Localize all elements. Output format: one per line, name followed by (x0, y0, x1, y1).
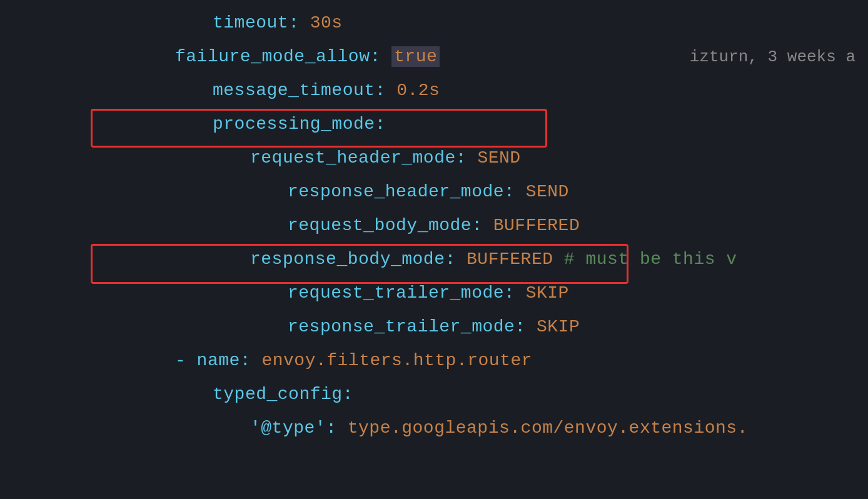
key-timeout: timeout (213, 13, 288, 33)
line-response-body-mode: response_body_mode: BUFFERED # must be t… (0, 243, 868, 276)
line-type: '@type': type.googleapis.com/envoy.exten… (0, 411, 868, 445)
line-request-header-mode: request_header_mode: SEND (0, 141, 868, 175)
val-resp-body: BUFFERED (467, 250, 553, 269)
val-failure: true (391, 46, 440, 67)
code-typed-config: typed_config: (75, 378, 353, 411)
code-response-trailer-mode: response_trailer_mode: SKIP (75, 310, 580, 344)
val-name: envoy.filters.http.router (261, 351, 532, 370)
line-message-timeout: message_timeout: 0.2s (0, 74, 868, 108)
key-msg-timeout: message_timeout (213, 81, 375, 100)
val-req-header: SEND (477, 148, 520, 168)
line-processing-mode: processing_mode: (0, 108, 868, 141)
key-resp-body: response_body_mode (250, 250, 445, 269)
key-req-trailer: request_trailer_mode (288, 283, 504, 303)
code-name: - name: envoy.filters.http.router (75, 344, 532, 378)
val-msg-timeout: 0.2s (396, 81, 440, 100)
key-name: name (197, 351, 240, 370)
code-failure-mode: failure_mode_allow: true (75, 40, 440, 74)
code-editor: timeout: 30s failure_mode_allow: true iz… (0, 0, 868, 499)
key-resp-trailer: response_trailer_mode (288, 317, 515, 336)
line-typed-config: typed_config: (0, 378, 868, 411)
code-timeout: timeout: 30s (75, 6, 343, 40)
comment-must-be: # must be this v (553, 250, 737, 269)
key-failure: failure_mode_allow (175, 47, 370, 66)
code-processing-mode: processing_mode: (75, 108, 386, 141)
line-response-header-mode: response_header_mode: SEND (0, 175, 868, 209)
line-timeout: timeout: 30s (0, 6, 868, 40)
val-resp-trailer: SKIP (537, 317, 580, 336)
key-resp-header: response_header_mode (288, 182, 504, 201)
code-response-header-mode: response_header_mode: SEND (75, 175, 569, 209)
val-timeout: 30s (310, 13, 343, 33)
line-failure-mode: failure_mode_allow: true izturn, 3 weeks… (0, 40, 868, 74)
val-req-trailer: SKIP (526, 283, 569, 303)
key-typed-config: typed_config (213, 385, 343, 404)
key-processing: processing_mode (213, 114, 375, 134)
line-request-trailer-mode: request_trailer_mode: SKIP (0, 276, 868, 310)
line-name: - name: envoy.filters.http.router (0, 344, 868, 378)
key-type: '@type' (250, 418, 326, 438)
code-response-body-mode: response_body_mode: BUFFERED # must be t… (75, 243, 737, 276)
git-annotation-failure: izturn, 3 weeks a (690, 48, 855, 66)
code-message-timeout: message_timeout: 0.2s (75, 74, 440, 108)
code-type: '@type': type.googleapis.com/envoy.exten… (75, 411, 748, 445)
line-request-body-mode: request_body_mode: BUFFERED (0, 209, 868, 243)
val-resp-header: SEND (526, 182, 569, 201)
key-req-header: request_header_mode (250, 148, 456, 168)
key-req-body: request_body_mode (288, 216, 472, 235)
dash-name: - (175, 351, 197, 370)
val-req-body: BUFFERED (493, 216, 580, 235)
code-request-trailer-mode: request_trailer_mode: SKIP (75, 276, 569, 310)
code-request-header-mode: request_header_mode: SEND (75, 141, 521, 175)
code-lines: timeout: 30s failure_mode_allow: true iz… (0, 0, 868, 451)
val-type: type.googleapis.com/envoy.extensions. (348, 418, 748, 438)
code-request-body-mode: request_body_mode: BUFFERED (75, 209, 580, 243)
line-response-trailer-mode: response_trailer_mode: SKIP (0, 310, 868, 344)
